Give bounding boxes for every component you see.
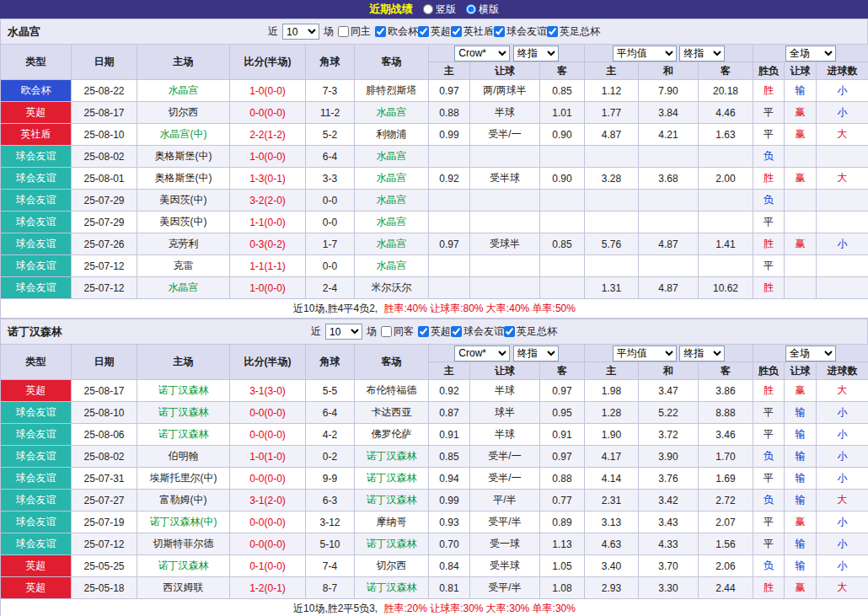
home-team[interactable]: 美因茨(中): [137, 212, 230, 233]
asian-away-odds: [540, 146, 585, 168]
euro-away-odds: 1.69: [699, 468, 753, 490]
away-team[interactable]: 利物浦: [355, 124, 429, 146]
away-team[interactable]: 水晶宫: [355, 255, 429, 277]
home-team[interactable]: 诺丁汉森林: [137, 424, 230, 446]
away-team[interactable]: 诺丁汉森林: [355, 533, 429, 555]
match-table: 类型 日期 主场 比分(半场) 角球 客场 Crow* 终指: [0, 344, 868, 616]
home-team[interactable]: 奥格斯堡(中): [137, 168, 230, 190]
recent-games-select[interactable]: 10: [282, 24, 319, 40]
away-team[interactable]: 卡达西亚: [355, 402, 429, 424]
match-row: 英超25-05-18西汉姆联1-2(0-1)8-7诺丁汉森林0.81受平/半1.…: [1, 577, 868, 599]
home-team[interactable]: 诺丁汉森林: [137, 555, 230, 577]
asian-handicap: 半球: [470, 424, 540, 446]
competition-filter[interactable]: 球会友谊: [494, 24, 547, 39]
home-team[interactable]: 富勒姆(中): [137, 490, 230, 512]
match-row: 球会友谊25-08-01奥格斯堡(中)1-3(0-1)3-3水晶宫0.92受半球…: [1, 168, 868, 190]
euro-odds-time-select[interactable]: 终指: [679, 46, 725, 62]
asian-odds-time-select[interactable]: 终指: [513, 345, 559, 362]
home-team[interactable]: 美因茨(中): [137, 190, 230, 212]
horizontal-view-radio[interactable]: [466, 4, 476, 14]
home-team[interactable]: 诺丁汉森林: [137, 380, 230, 402]
euro-odds-time-select[interactable]: 终指: [679, 345, 725, 362]
home-team[interactable]: 伯明翰: [137, 446, 230, 468]
home-team[interactable]: 切斯特菲尔德: [137, 533, 230, 555]
away-team[interactable]: 水晶宫: [355, 168, 429, 190]
match-scope-select[interactable]: 全场: [785, 46, 836, 62]
competition-checkbox[interactable]: [451, 326, 462, 337]
competition-filter[interactable]: 英足总杯: [504, 324, 557, 339]
col-asian-home: 主: [429, 62, 470, 80]
asian-odds-source-select[interactable]: Crow*: [454, 345, 510, 362]
away-team[interactable]: 水晶宫: [355, 146, 429, 168]
result-header: 全场: [753, 345, 868, 362]
match-date: 25-07-29: [72, 212, 137, 233]
competition-badge: 球会友谊: [1, 512, 72, 533]
asian-odds-source-select[interactable]: Crow*: [454, 46, 510, 62]
away-team[interactable]: 摩纳哥: [355, 512, 429, 533]
col-asian-away: 客: [540, 62, 585, 80]
asian-away-odds: 0.91: [540, 424, 585, 446]
away-team[interactable]: 诺丁汉森林: [355, 577, 429, 599]
competition-filter[interactable]: 球会友谊: [451, 324, 504, 339]
competition-filter[interactable]: 英社盾: [451, 24, 494, 39]
competition-checkbox[interactable]: [418, 326, 429, 337]
euro-odds-source-select[interactable]: 平均值: [613, 345, 677, 362]
home-team[interactable]: 水晶宫: [137, 80, 230, 102]
away-team[interactable]: 腓特烈斯塔: [355, 80, 429, 102]
competition-filter[interactable]: 欧会杯: [375, 24, 418, 39]
away-team[interactable]: 水晶宫: [355, 212, 429, 233]
away-team[interactable]: 米尔沃尔: [355, 277, 429, 299]
vertical-view-radio[interactable]: [423, 4, 433, 14]
match-score: 0-0(0-0): [230, 402, 306, 424]
home-team[interactable]: 诺丁汉森林: [137, 402, 230, 424]
goals-result-cell: 小: [817, 512, 868, 533]
handicap-result-cell: 赢: [785, 168, 817, 190]
asian-home-odds: 0.97: [429, 233, 470, 255]
competition-filter[interactable]: 英超: [418, 24, 451, 39]
result-cell: 平: [753, 468, 785, 490]
competition-badge: 球会友谊: [1, 424, 72, 446]
home-team[interactable]: 水晶宫(中): [137, 124, 230, 146]
match-scope-select[interactable]: 全场: [785, 345, 836, 362]
match-date: 25-08-02: [72, 146, 137, 168]
away-team[interactable]: 布伦特福德: [355, 380, 429, 402]
away-team[interactable]: 诺丁汉森林: [355, 468, 429, 490]
col-goals: 进球数: [817, 362, 868, 380]
home-team[interactable]: 切尔西: [137, 102, 230, 124]
competition-filter[interactable]: 英超: [418, 324, 451, 339]
asian-odds-time-select[interactable]: 终指: [513, 46, 559, 62]
away-team[interactable]: 切尔西: [355, 555, 429, 577]
home-team[interactable]: 克雷: [137, 255, 230, 277]
away-team[interactable]: 水晶宫: [355, 190, 429, 212]
competition-filter[interactable]: 英足总杯: [547, 24, 600, 39]
same-venue-checkbox[interactable]: [338, 26, 349, 37]
home-team[interactable]: 奥格斯堡(中): [137, 146, 230, 168]
away-team[interactable]: 水晶宫: [355, 233, 429, 255]
away-team[interactable]: 诺丁汉森林: [355, 490, 429, 512]
recent-games-select[interactable]: 10: [325, 324, 362, 340]
competition-checkbox[interactable]: [547, 26, 558, 37]
competition-checkbox[interactable]: [494, 26, 505, 37]
same-venue-checkbox[interactable]: [381, 326, 392, 337]
away-team[interactable]: 诺丁汉森林: [355, 446, 429, 468]
home-team[interactable]: 水晶宫: [137, 277, 230, 299]
competition-checkbox[interactable]: [504, 326, 515, 337]
home-team[interactable]: 西汉姆联: [137, 577, 230, 599]
euro-odds-source-select[interactable]: 平均值: [613, 46, 677, 62]
away-team[interactable]: 水晶宫: [355, 102, 429, 124]
competition-checkbox[interactable]: [451, 26, 462, 37]
away-team[interactable]: 佛罗伦萨: [355, 424, 429, 446]
same-venue-filter[interactable]: 同主: [338, 24, 371, 39]
competition-checkbox[interactable]: [418, 26, 429, 37]
competition-checkbox[interactable]: [375, 26, 386, 37]
view-option-vertical[interactable]: 竖版: [423, 3, 456, 17]
result-cell: 平: [753, 424, 785, 446]
result-cell: 胜: [753, 277, 785, 299]
home-team[interactable]: 诺丁汉森林(中): [137, 512, 230, 533]
home-team[interactable]: 克劳利: [137, 233, 230, 255]
competition-badge: 球会友谊: [1, 233, 72, 255]
view-option-horizontal[interactable]: 横版: [466, 3, 499, 17]
euro-draw-odds: 4.21: [639, 124, 699, 146]
same-venue-filter[interactable]: 同客: [381, 324, 414, 339]
home-team[interactable]: 埃斯托里尔(中): [137, 468, 230, 490]
